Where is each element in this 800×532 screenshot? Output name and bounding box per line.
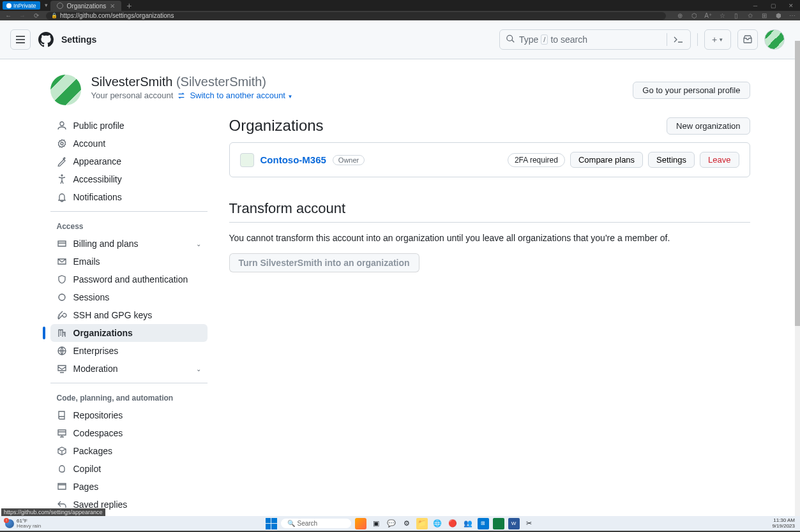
org-settings-button[interactable]: Settings (648, 152, 695, 168)
new-tab-button[interactable]: + (121, 0, 137, 11)
taskbar-search[interactable]: 🔍 Search (281, 519, 351, 528)
sidebar-item-sessions[interactable]: Sessions (50, 288, 208, 306)
sidebar-item-repositories[interactable]: Repositories (50, 406, 208, 424)
sidebar-item-label: Pages (73, 482, 99, 492)
password-and-authentication-icon (57, 274, 67, 284)
snip-icon[interactable]: ✂ (524, 518, 535, 529)
read-aloud-icon[interactable]: A⁺ (704, 12, 712, 19)
taskbar-search-label: Search (298, 520, 318, 527)
transform-description: You cannot transform this account into a… (229, 233, 750, 243)
url-text: https://github.com/settings/organization… (60, 12, 174, 19)
sidebar-item-password-and-authentication[interactable]: Password and authentication (50, 270, 208, 288)
new-organization-button[interactable]: New organization (667, 117, 750, 135)
sidebar-item-emails[interactable]: Emails (50, 253, 208, 270)
sidebar-item-packages[interactable]: Packages (50, 442, 208, 460)
tab-list-button[interactable]: ▾ (43, 1, 50, 9)
window-close[interactable]: ✕ (782, 0, 800, 11)
settings-icon[interactable]: ⚙ (401, 518, 412, 529)
repositories-icon (57, 410, 67, 420)
sidebar-item-account[interactable]: Account (50, 135, 208, 152)
appearance-icon (57, 156, 67, 166)
url-input[interactable]: 🔒 https://github.com/settings/organizati… (46, 12, 666, 20)
sidebar-item-enterprises[interactable]: Enterprises (50, 342, 208, 360)
search-icon: 🔍 (287, 520, 295, 527)
command-palette-icon[interactable] (667, 33, 684, 46)
sidebar-item-billing-and-plans[interactable]: Billing and plans⌄ (50, 235, 208, 253)
edge-icon[interactable]: 🌐 (432, 518, 443, 529)
scrollbar[interactable] (795, 41, 800, 516)
sidebar-item-label: Repositories (73, 410, 123, 420)
favorites-bar-icon[interactable]: ✩ (746, 12, 754, 19)
word-icon[interactable]: W (508, 518, 520, 529)
copilot-icon (57, 464, 67, 474)
organizations-icon (57, 328, 67, 338)
search-box[interactable]: Type / to search (499, 29, 691, 50)
sidebar-item-moderation[interactable]: Moderation⌄ (50, 360, 208, 378)
sidebar-item-public-profile[interactable]: Public profile (50, 117, 208, 135)
caret-down-icon: ▼ (288, 94, 293, 100)
plus-icon: + (712, 34, 717, 45)
sidebar-item-codespaces[interactable]: Codespaces (50, 424, 208, 442)
sidebar-item-copilot[interactable]: Copilot (50, 460, 208, 478)
browser-tab[interactable]: Organizations ✕ (50, 1, 122, 11)
sidebar-item-label: Codespaces (73, 428, 123, 438)
sidebar-item-label: Packages (73, 446, 112, 456)
nav-back[interactable]: ← (4, 12, 13, 19)
zoom-icon[interactable]: ⊕ (676, 12, 684, 19)
sidebar-item-label: Organizations (73, 328, 133, 338)
sidebar-heading-access: Access (50, 217, 208, 235)
leave-org-button[interactable]: Leave (700, 152, 739, 168)
sidebar-item-organizations[interactable]: Organizations (50, 324, 208, 342)
weather-widget[interactable]: ! 61°F Heavy rain (5, 519, 41, 529)
chat-icon[interactable]: 💬 (386, 518, 397, 529)
goto-profile-button[interactable]: Go to your personal profile (633, 82, 750, 99)
sidebar-item-ssh-and-gpg-keys[interactable]: SSH and GPG keys (50, 306, 208, 324)
widgets-icon[interactable] (355, 518, 366, 529)
compare-plans-button[interactable]: Compare plans (570, 152, 643, 168)
sidebar-item-notifications[interactable]: Notifications (50, 188, 208, 206)
account-icon (57, 138, 67, 149)
inbox-icon (743, 34, 753, 45)
chevron-down-icon: ⌄ (196, 240, 201, 248)
sidebar-item-label: Public profile (73, 121, 125, 131)
notifications-button[interactable] (737, 29, 758, 50)
app2-icon[interactable] (493, 518, 504, 529)
windows-taskbar: ! 61°F Heavy rain 🔍 Search ▣ 💬 ⚙ 📁 🌐 🔴 👥… (0, 516, 800, 531)
weather-icon: ! (5, 519, 14, 528)
extensions-icon[interactable]: ⬢ (774, 12, 782, 19)
codespaces-icon (57, 428, 67, 438)
task-view-icon[interactable]: ▣ (370, 518, 382, 529)
teams-icon[interactable]: 👥 (462, 518, 474, 529)
nav-refresh[interactable]: ⟳ (32, 12, 41, 19)
create-new-button[interactable]: + ▼ (704, 29, 731, 50)
favorite-icon[interactable]: ☆ (718, 12, 726, 19)
more-icon[interactable]: ⋯ (789, 12, 796, 19)
sidebar-item-label: Billing and plans (73, 239, 139, 249)
split-icon[interactable]: ▯ (732, 12, 740, 19)
shopping-icon[interactable]: ⬡ (690, 12, 698, 19)
tab-close-icon[interactable]: ✕ (110, 3, 115, 10)
notifications-icon (57, 192, 67, 202)
hamburger-button[interactable] (10, 29, 31, 50)
system-clock[interactable]: 11:30 AM 9/19/2023 (772, 518, 795, 529)
window-minimize[interactable]: ─ (746, 0, 764, 11)
switch-account-link[interactable]: Switch to another account ▼ (190, 91, 292, 100)
user-avatar[interactable] (764, 29, 785, 50)
app-icon[interactable]: ⊞ (478, 518, 489, 529)
github-logo-icon[interactable] (38, 32, 54, 47)
sidebar-item-pages[interactable]: Pages (50, 478, 208, 496)
window-maximize[interactable]: ▢ (764, 0, 782, 11)
profile-name: SilvesterSmith (SilvesterSmith) (91, 75, 293, 89)
chrome-icon[interactable]: 🔴 (447, 518, 458, 529)
sidebar-item-appearance[interactable]: Appearance (50, 152, 208, 170)
browser-tab-bar: InPrivate ▾ Organizations ✕ + ─ ▢ ✕ (0, 0, 800, 11)
switch-icon (177, 91, 186, 100)
collections-icon[interactable]: ⊞ (760, 12, 768, 19)
search-icon (506, 34, 515, 45)
sidebar-item-accessibility[interactable]: Accessibility (50, 170, 208, 188)
start-button[interactable] (266, 518, 277, 529)
org-role-badge: Owner (333, 155, 365, 165)
settings-sidebar: Public profileAccountAppearanceAccessibi… (50, 117, 208, 516)
explorer-icon[interactable]: 📁 (416, 518, 428, 529)
org-name-link[interactable]: Contoso-M365 (260, 154, 326, 165)
